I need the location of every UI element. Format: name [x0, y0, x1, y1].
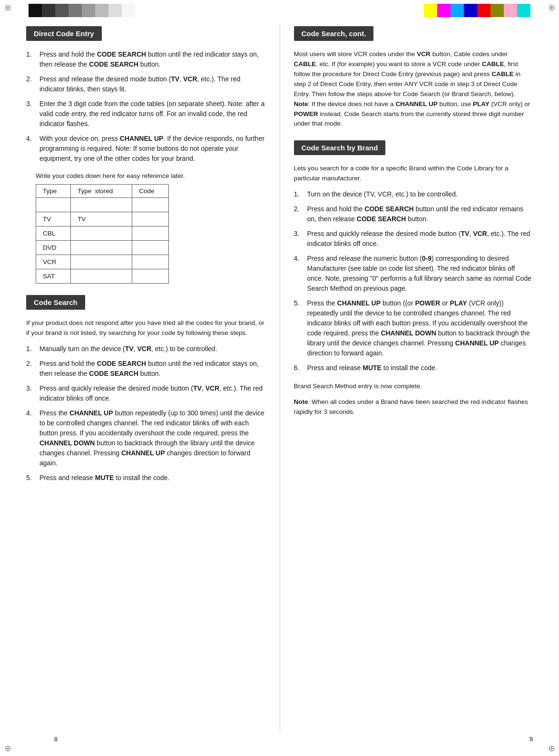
cs-step-3: 3. Press and quickly release the desired…	[26, 383, 265, 403]
csbb-step-3: 3. Press and quickly release the desired…	[294, 229, 533, 249]
code-search-cont-para: Most users will store VCR codes under th…	[294, 49, 533, 129]
col-type: Type	[36, 185, 71, 198]
cs-step-5: 5. Press and release MUTE to install the…	[26, 473, 265, 483]
code-table-section: Write your codes down here for easy refe…	[36, 172, 265, 284]
cs-step-2: 2. Press and hold the CODE SEARCH button…	[26, 359, 265, 379]
code-table: Type Type stored Code TVTV CBL DVD VCR S…	[36, 184, 169, 284]
step-4: 4. With your device on, press CHANNEL UP…	[26, 134, 265, 164]
csbb-steps: 1. Turn on the device (TV, VCR, etc.) to…	[294, 189, 533, 373]
table-row: SAT	[36, 269, 169, 284]
csbb-step-2: 2. Press and hold the CODE SEARCH button…	[294, 204, 533, 224]
code-search-intro: If your product does not respond after y…	[26, 318, 265, 338]
step-1: 1. Press and hold the CODE SEARCH button…	[26, 49, 265, 69]
code-search-header: Code Search	[26, 295, 85, 310]
code-search-by-brand-header: Code Search by Brand	[294, 140, 386, 155]
code-search-cont-header: Code Search, cont.	[294, 26, 374, 41]
cs-step-4: 4. Press the CHANNEL UP button repeatedl…	[26, 408, 265, 468]
csbb-step-4: 4. Press and release the numeric button …	[294, 254, 533, 294]
left-column: Direct Code Entry 1. Press and hold the …	[0, 0, 280, 756]
direct-code-entry-steps: 1. Press and hold the CODE SEARCH button…	[26, 49, 265, 164]
page-number-right: 9	[530, 736, 533, 743]
table-intro: Write your codes down here for easy refe…	[36, 172, 265, 179]
code-search-by-brand-section: Code Search by Brand Lets you search for…	[294, 140, 533, 417]
cs-step-1: 1. Manually turn on the device (TV, VCR,…	[26, 344, 265, 354]
right-column: Code Search, cont. Most users will store…	[280, 0, 559, 756]
col-code: Code	[132, 185, 169, 198]
page-number-left: 8	[54, 736, 58, 743]
table-row: TVTV	[36, 212, 169, 226]
csbb-footer-2: Note: When all codes under a Brand have …	[294, 397, 533, 417]
csbb-step-6: 6. Press and release MUTE to install the…	[294, 363, 533, 373]
table-row	[36, 198, 169, 212]
csbb-footer-1: Brand Search Method entry is now complet…	[294, 382, 533, 392]
csbb-step-5: 5. Press the CHANNEL UP button ((or POWE…	[294, 298, 533, 358]
code-search-section: Code Search If your product does not res…	[26, 295, 265, 483]
code-search-steps: 1. Manually turn on the device (TV, VCR,…	[26, 344, 265, 483]
step-2: 2. Press and release the desired mode bu…	[26, 74, 265, 94]
table-row: CBL	[36, 226, 169, 241]
csbb-step-1: 1. Turn on the device (TV, VCR, etc.) to…	[294, 189, 533, 199]
step-3: 3. Enter the 3 digit code from the code …	[26, 99, 265, 129]
direct-code-entry-header: Direct Code Entry	[26, 26, 102, 41]
table-row: DVD	[36, 241, 169, 255]
table-row: VCR	[36, 255, 169, 269]
table-header-row: Type Type stored Code	[36, 185, 169, 198]
code-search-by-brand-intro: Lets you search for a code for a specifi…	[294, 164, 533, 184]
col-type-stored: Type stored	[70, 185, 132, 198]
